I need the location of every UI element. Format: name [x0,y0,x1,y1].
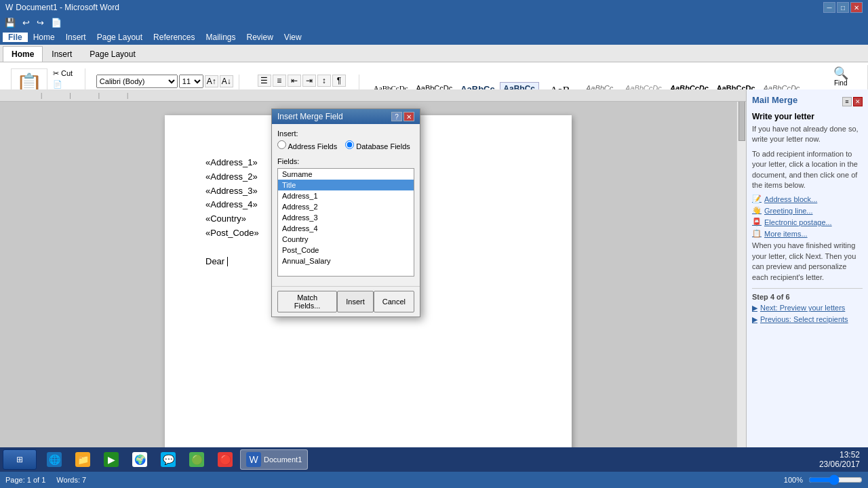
address-fields-radio-label[interactable]: Address Fields [277,140,337,150]
listbox-item-salary[interactable]: Annual_Salary [278,256,414,266]
insert-merge-field-dialog: Insert Merge Field ? ✕ Insert: Address F… [271,108,420,317]
listbox-item-address4[interactable]: Address_4 [278,223,414,234]
fields-section: Fields: Surname Title Address_1 Address_… [277,157,414,277]
match-fields-button[interactable]: Match Fields... [277,291,337,312]
dialog-help-btn[interactable]: ? [391,112,402,121]
database-fields-radio[interactable] [345,140,354,149]
dialog-overlay: Insert Merge Field ? ✕ Insert: Address F… [0,0,868,488]
dialog-title-text: Insert Merge Field [277,112,343,121]
listbox-item-address1[interactable]: Address_1 [278,190,414,201]
listbox-item-address2[interactable]: Address_2 [278,201,414,212]
fields-listbox[interactable]: Surname Title Address_1 Address_2 Addres… [277,168,414,277]
listbox-item-title[interactable]: Title [278,180,414,190]
dialog-title-buttons[interactable]: ? ✕ [391,112,414,121]
listbox-item-address3[interactable]: Address_3 [278,212,414,223]
listbox-item-country[interactable]: Country [278,234,414,245]
listbox-item-postcode[interactable]: Post_Code [278,245,414,256]
radio-group: Address Fields Database Fields [277,140,414,153]
insert-section: Insert: Address Fields Database Fields [277,129,414,153]
address-fields-radio[interactable] [277,140,286,149]
insert-label: Insert: [277,129,414,138]
listbox-item-surname[interactable]: Surname [278,169,414,180]
database-fields-radio-label[interactable]: Database Fields [345,140,410,150]
dialog-footer: Match Fields... Insert Cancel [272,286,420,317]
fields-label: Fields: [277,157,414,165]
cancel-button[interactable]: Cancel [374,291,414,312]
dialog-title-bar: Insert Merge Field ? ✕ [272,109,420,124]
dialog-body: Insert: Address Fields Database Fields F… [272,124,420,286]
dialog-close-btn[interactable]: ✕ [403,112,414,121]
insert-button[interactable]: Insert [337,291,374,312]
